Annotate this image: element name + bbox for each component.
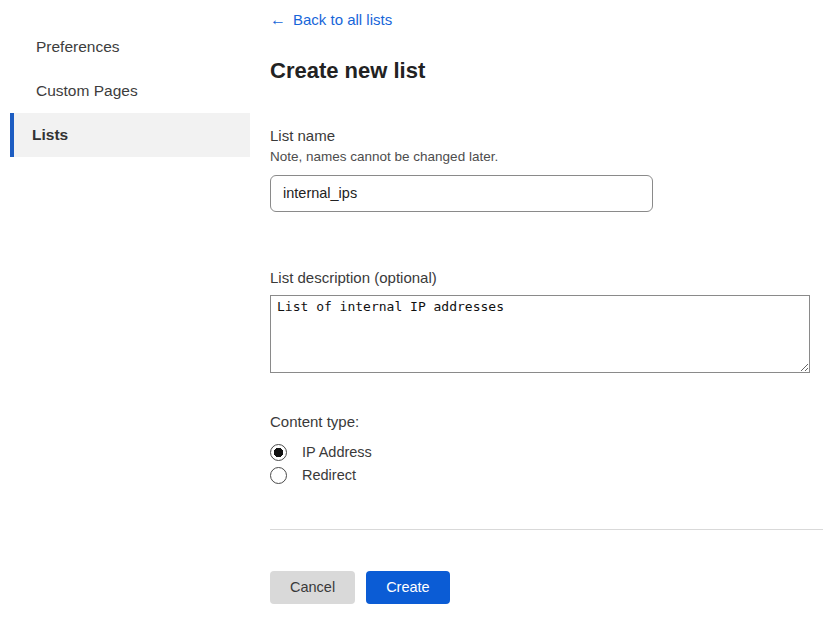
sidebar-item-label: Preferences (36, 38, 120, 56)
back-arrow-icon: ← (270, 12, 286, 28)
sidebar-item-lists[interactable]: Lists (10, 113, 250, 157)
list-description-label: List description (optional) (270, 269, 823, 286)
settings-sidebar: Preferences Custom Pages Lists (0, 0, 250, 617)
sidebar-item-label: Custom Pages (36, 82, 138, 100)
list-description-textarea[interactable]: List of internal IP addresses (270, 295, 810, 373)
create-list-panel: ← Back to all lists Create new list List… (250, 0, 823, 617)
form-divider (270, 529, 823, 530)
ip-address-radio[interactable] (270, 444, 287, 461)
sidebar-item-custom-pages[interactable]: Custom Pages (10, 69, 250, 113)
sidebar-item-preferences[interactable]: Preferences (10, 25, 250, 69)
radio-option-label: Redirect (302, 467, 356, 483)
content-type-option-ip-address[interactable]: IP Address (270, 441, 372, 464)
list-name-input[interactable] (270, 175, 653, 212)
app-window: Preferences Custom Pages Lists ← Back to… (0, 0, 823, 617)
form-actions: Cancel Create (270, 571, 823, 604)
redirect-radio[interactable] (270, 467, 287, 484)
radio-option-label: IP Address (302, 444, 372, 460)
content-type-radio-group: IP Address Redirect (270, 441, 823, 487)
page-title: Create new list (270, 58, 823, 84)
back-link-label: Back to all lists (293, 11, 392, 28)
cancel-button[interactable]: Cancel (270, 571, 355, 604)
list-name-note: Note, names cannot be changed later. (270, 149, 823, 164)
create-button[interactable]: Create (366, 571, 450, 604)
list-name-label: List name (270, 127, 823, 144)
sidebar-item-label: Lists (32, 126, 68, 144)
content-type-option-redirect[interactable]: Redirect (270, 464, 356, 487)
content-type-label: Content type: (270, 413, 823, 430)
back-to-all-lists-link[interactable]: ← Back to all lists (270, 11, 392, 28)
